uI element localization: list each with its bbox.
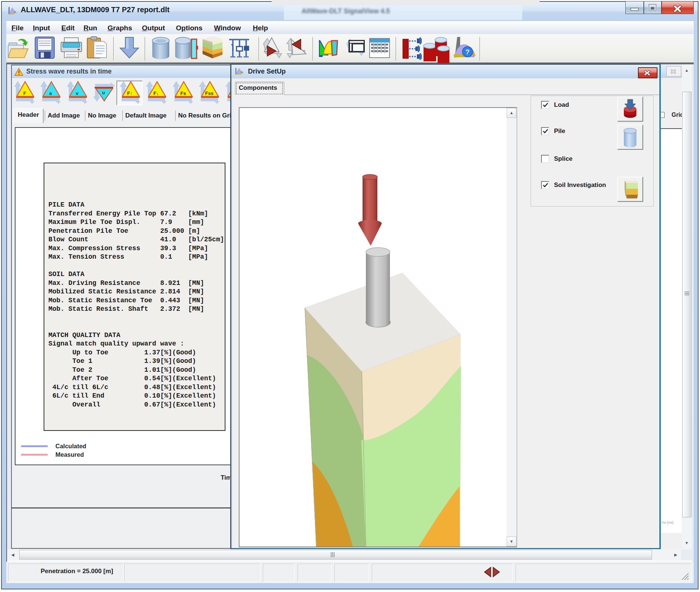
svg-text:F↓: F↓: [153, 91, 159, 96]
svg-text:F↑: F↑: [127, 91, 132, 96]
svg-text:u: u: [102, 90, 105, 95]
svg-text:a: a: [49, 91, 52, 96]
svg-text:Fs: Fs: [180, 91, 186, 96]
svg-text:F: F: [23, 91, 26, 96]
svg-text:Fss: Fss: [205, 91, 213, 96]
svg-text:v: v: [76, 91, 79, 96]
svg-text:?: ?: [465, 48, 470, 56]
